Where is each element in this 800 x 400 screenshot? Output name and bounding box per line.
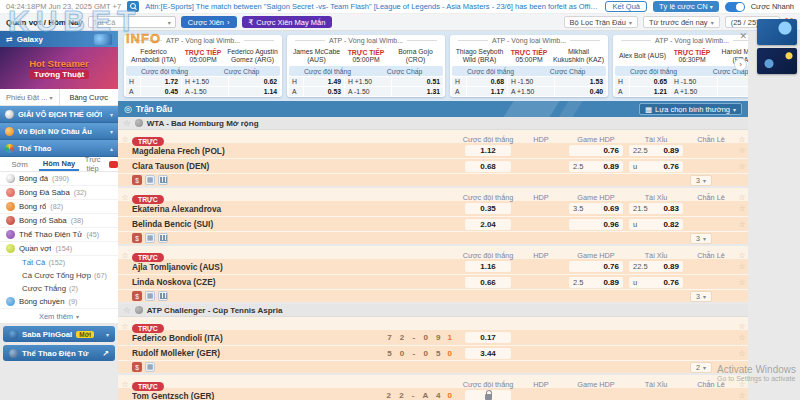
- odds-cell[interactable]: 0.53: [304, 87, 344, 96]
- league-select[interactable]: Tất Cả▾: [88, 16, 176, 28]
- odds-game-hdp[interactable]: 3.50.69: [569, 203, 623, 214]
- more-markets-selector[interactable]: 3▾: [690, 175, 712, 186]
- subtab-early[interactable]: Sớm: [0, 157, 39, 171]
- see-more-button[interactable]: Xem thêm▾: [0, 309, 118, 323]
- favorite-star-icon[interactable]: ☆: [736, 251, 748, 260]
- bar-chart-icon[interactable]: [158, 175, 168, 185]
- favorite-star-icon[interactable]: ☆: [736, 162, 748, 171]
- odds-cell[interactable]: 1.49: [304, 77, 344, 86]
- sidebar-item-tennis-all[interactable]: Tất Cả(152): [0, 256, 118, 269]
- odds-game-hdp[interactable]: 0.76: [569, 145, 623, 156]
- favorite-star-icon[interactable]: ☆: [736, 380, 748, 389]
- stats-grid-icon[interactable]: ▦: [145, 362, 155, 372]
- sidebar-item-esports[interactable]: Thể Thao Điện Tử(45): [0, 228, 118, 242]
- more-markets-selector[interactable]: 3▾: [690, 291, 712, 302]
- odds-cell[interactable]: 1.17: [467, 87, 507, 96]
- view-selector-dropdown[interactable]: ▦Lựa chọn bình thường▾: [639, 103, 742, 115]
- odds-cell[interactable]: 0.51: [392, 77, 443, 86]
- sidebar-item-tennis-outright[interactable]: Cược Thắng(2): [0, 282, 118, 295]
- odds-game-hdp[interactable]: 2.50.89: [569, 277, 623, 288]
- favorite-star-icon[interactable]: ☆: [736, 349, 748, 358]
- favorite-star-icon[interactable]: ☆: [736, 322, 748, 331]
- featured-match-card[interactable]: ATP - Vòng loại Wimb... Alex Bolt (AUS) …: [613, 35, 748, 97]
- odds-type-button[interactable]: Tỷ lệ cược CN▾: [653, 1, 719, 12]
- stats-grid-icon[interactable]: ▦: [145, 175, 155, 185]
- promo-banner[interactable]: Hot Streamer Tướng Thuật: [0, 47, 118, 89]
- tab-bet-board[interactable]: Bảng Cược: [59, 89, 119, 105]
- cashout-icon[interactable]: $: [132, 175, 142, 185]
- favorite-star-icon[interactable]: ☆: [736, 262, 748, 271]
- favorite-star-icon[interactable]: ☆: [736, 193, 748, 202]
- bar-chart-icon[interactable]: [158, 233, 168, 243]
- favorite-star-icon[interactable]: ☆: [736, 146, 748, 155]
- odds-over-under[interactable]: u0.76: [629, 277, 683, 288]
- odds-cell[interactable]: 1.53: [555, 77, 606, 86]
- odds-moneyline[interactable]: 0.35: [465, 203, 511, 214]
- sidebar-item-volleyball[interactable]: Bóng chuyền(9): [0, 295, 118, 309]
- odds-cell[interactable]: 0.65: [630, 77, 670, 86]
- favorite-star-icon[interactable]: ☆: [736, 135, 748, 144]
- sidebar-item-esports-portal[interactable]: Thể Thao Điện Tử ↗: [3, 345, 115, 361]
- sidebar-item-saba-pingoal[interactable]: Saba PinGoal Mới ▾: [3, 326, 115, 342]
- favorite-star-icon[interactable]: ☆: [118, 193, 132, 202]
- promo-thumbnail[interactable]: [757, 48, 797, 74]
- favorite-star-icon[interactable]: ☆: [118, 380, 132, 389]
- odds-cell[interactable]: 0.62: [229, 77, 280, 86]
- bar-chart-icon[interactable]: [158, 291, 168, 301]
- favorite-star-icon[interactable]: ☆: [736, 278, 748, 287]
- featured-match-card[interactable]: ATP - Vòng loại Wimb... Federico Arnabol…: [124, 35, 282, 97]
- odds-moneyline[interactable]: 2.04: [465, 219, 511, 230]
- odds-over-under[interactable]: u0.82: [629, 219, 683, 230]
- odds-cell[interactable]: 1.21: [630, 87, 670, 96]
- sidebar-item-football-saba[interactable]: Bóng Đá Saba(32): [0, 186, 118, 200]
- favorite-star-icon[interactable]: ☆: [123, 305, 131, 315]
- favorite-star-icon[interactable]: ☆: [736, 333, 748, 342]
- cashout-icon[interactable]: $: [132, 362, 142, 372]
- favorite-star-icon[interactable]: ☆: [123, 118, 131, 128]
- favorite-star-icon[interactable]: ☆: [736, 220, 748, 229]
- sidebar-item-basketball[interactable]: Bóng rổ(82): [0, 200, 118, 214]
- odds-cell[interactable]: 1.31: [392, 87, 443, 96]
- favorite-star-icon[interactable]: ☆: [118, 251, 132, 260]
- cashout-icon[interactable]: $: [132, 233, 142, 243]
- odds-over-under[interactable]: u0.76: [629, 161, 683, 172]
- favorite-star-icon[interactable]: ☆: [118, 135, 132, 144]
- odds-game-hdp[interactable]: 2.50.89: [569, 161, 623, 172]
- time-filter-dropdown[interactable]: Từ trước đến nay▾: [643, 16, 720, 28]
- sidebar-item-tennis[interactable]: Quần vợt(154): [0, 242, 118, 256]
- tab-bet-slip[interactable]: Phiếu Đặt ...▾: [0, 89, 59, 105]
- accordion-world-championship[interactable]: GIẢI VÔ ĐỊCH THẾ GIỚI ... ▾: [0, 106, 118, 123]
- odds-over-under[interactable]: 22.50.89: [629, 145, 683, 156]
- sidebar-item-football[interactable]: Bóng đá(390): [0, 172, 118, 186]
- quick-bet-toggle[interactable]: [725, 2, 745, 12]
- close-icon[interactable]: ✕: [739, 31, 747, 41]
- cashout-icon[interactable]: $: [132, 291, 142, 301]
- search-icon[interactable]: [127, 1, 139, 12]
- odds-moneyline[interactable]: 0.66: [465, 277, 511, 288]
- odds-game-hdp[interactable]: 0.76: [569, 261, 623, 272]
- odds-cell[interactable]: 1.14: [229, 87, 280, 96]
- odds-over-under[interactable]: 22.50.89: [629, 261, 683, 272]
- odds-moneyline[interactable]: 0.68: [465, 161, 511, 172]
- league-section-header[interactable]: ☆ WTA - Bad Homburg Mở rộng: [118, 117, 748, 130]
- odds-over-under[interactable]: 21.50.83: [629, 203, 683, 214]
- more-markets-selector[interactable]: 3▾: [690, 233, 712, 244]
- featured-match-card[interactable]: ATP - Vòng loại Wimb... James McCabe (AU…: [287, 35, 445, 97]
- odds-cell[interactable]: 0.68: [467, 77, 507, 86]
- odds-cell[interactable]: [718, 77, 748, 86]
- league-section-header[interactable]: ☆ ATP Challenger - Cúp Tennis Aspria: [118, 304, 748, 317]
- odds-cell[interactable]: [718, 87, 748, 96]
- stats-grid-icon[interactable]: ▦: [145, 233, 155, 243]
- featured-match-card[interactable]: ATP - Vòng loại Wimb... Thiago Seyboth W…: [450, 35, 608, 97]
- stats-grid-icon[interactable]: ▦: [145, 291, 155, 301]
- match-filter-dropdown[interactable]: Bộ Lọc Trận Đấu▾: [564, 16, 638, 28]
- subtab-live[interactable]: Trực tiếp: [79, 157, 118, 171]
- favorite-star-icon[interactable]: ☆: [118, 322, 132, 331]
- odds-moneyline[interactable]: 1.12: [465, 145, 511, 156]
- sidebar-item-basketball-saba[interactable]: Bóng rổ Saba(38): [0, 214, 118, 228]
- sidebar-item-galaxy[interactable]: ⇄ Galaxy: [0, 31, 118, 47]
- accordion-womens-euro[interactable]: Vô Địch Nữ Châu Âu ▾: [0, 123, 118, 140]
- favorite-star-icon[interactable]: ☆: [736, 204, 748, 213]
- results-button[interactable]: Kết Quả: [605, 1, 647, 12]
- odds-moneyline[interactable]: 1.16: [465, 261, 511, 272]
